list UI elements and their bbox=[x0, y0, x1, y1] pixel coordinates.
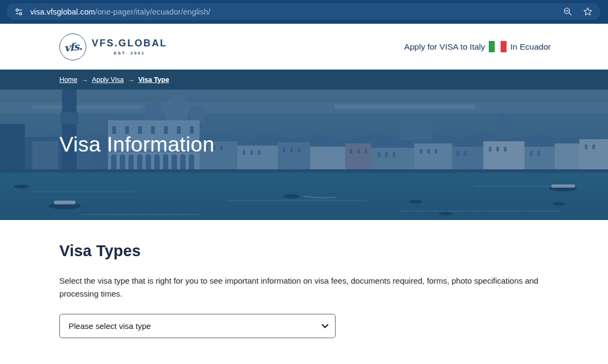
vfs-logo-monogram: vfs. bbox=[64, 40, 83, 53]
apply-visa-tagline: Apply for VISA to Italy In Ecuador bbox=[404, 41, 551, 52]
address-bar[interactable]: visa.vfsglobal.com/one-pager/italy/ecuad… bbox=[6, 3, 600, 20]
site-header: vfs. VFS.GLOBAL EST. 2001 Apply for VISA… bbox=[0, 24, 608, 70]
breadcrumb-apply-visa-link[interactable]: Apply Visa bbox=[92, 76, 124, 84]
breadcrumb-arrow-icon: → bbox=[81, 75, 88, 84]
url-path: /one-pager/italy/ecuador/english/ bbox=[95, 8, 210, 16]
section-heading: Visa Types bbox=[59, 242, 608, 260]
vfs-logo-wordmark: VFS.GLOBAL bbox=[92, 38, 167, 49]
site-settings-icon[interactable] bbox=[12, 5, 25, 18]
page: visa.vfsglobal.com/one-pager/italy/ecuad… bbox=[0, 0, 608, 364]
url-domain: visa.vfsglobal.com bbox=[30, 8, 95, 16]
vfs-global-logo[interactable]: vfs. VFS.GLOBAL EST. 2001 bbox=[59, 33, 167, 60]
visa-types-section: Visa Types Select the visa type that is … bbox=[0, 220, 608, 338]
hero-banner: Visa Information bbox=[0, 90, 608, 220]
page-title: Visa Information bbox=[59, 133, 215, 156]
tagline-prefix: Apply for VISA to Italy bbox=[404, 42, 485, 52]
browser-toolbar: visa.vfsglobal.com/one-pager/italy/ecuad… bbox=[0, 0, 608, 24]
url-text: visa.vfsglobal.com/one-pager/italy/ecuad… bbox=[30, 8, 210, 16]
italy-flag-icon bbox=[489, 41, 507, 52]
tagline-suffix: In Ecuador bbox=[510, 42, 551, 52]
visa-type-select-wrap: Please select visa type bbox=[59, 314, 336, 338]
breadcrumb-arrow-icon: → bbox=[127, 75, 134, 84]
vfs-logo-circle-icon: vfs. bbox=[59, 33, 86, 60]
breadcrumb-home-link[interactable]: Home bbox=[59, 76, 77, 84]
vfs-logo-established: EST. 2001 bbox=[114, 51, 145, 56]
section-description: Select the visa type that is right for y… bbox=[59, 274, 548, 300]
bookmark-star-icon[interactable] bbox=[581, 5, 594, 18]
zoom-out-icon[interactable] bbox=[561, 5, 574, 18]
visa-type-select[interactable]: Please select visa type bbox=[59, 314, 336, 338]
breadcrumb-visa-type-link[interactable]: Visa Type bbox=[138, 76, 169, 84]
breadcrumb: Home → Apply Visa → Visa Type bbox=[0, 70, 608, 90]
